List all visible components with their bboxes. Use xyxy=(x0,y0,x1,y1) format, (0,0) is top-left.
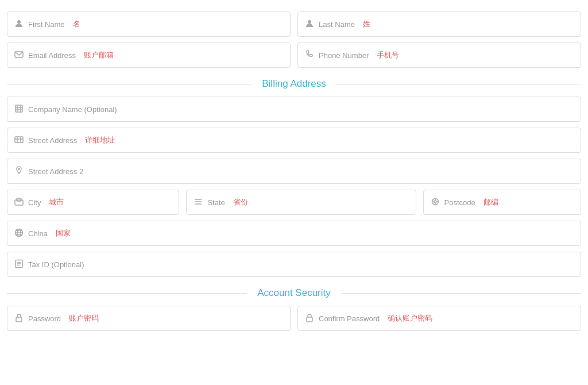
postcode-cn: 邮编 xyxy=(483,197,498,207)
street-label: Street Address xyxy=(28,136,77,145)
state-icon xyxy=(194,197,203,208)
email-cn: 账户邮箱 xyxy=(84,50,114,60)
security-section-title: Account Security xyxy=(247,287,341,299)
person-icon xyxy=(14,19,24,30)
email-field[interactable]: Email Address 账户邮箱 xyxy=(7,43,291,68)
confirm-password-field[interactable]: Confirm Password 确认账户密码 xyxy=(297,306,581,331)
svg-rect-8 xyxy=(15,137,23,143)
phone-label: Phone Number xyxy=(319,51,369,60)
email-label: Email Address xyxy=(28,51,76,60)
svg-point-0 xyxy=(17,20,21,24)
taxid-label: Tax ID (Optional) xyxy=(28,260,84,269)
last-name-field[interactable]: Last Name 姓 xyxy=(297,11,581,37)
tax-icon xyxy=(14,259,24,270)
postcode-label: Postcode xyxy=(444,198,475,207)
phone-field[interactable]: Phone Number 手机号 xyxy=(297,43,581,68)
company-row: Company Name (Optional) xyxy=(7,97,581,122)
street-icon xyxy=(14,135,24,146)
street2-label: Street Address 2 xyxy=(28,167,83,176)
pin-icon xyxy=(14,166,24,177)
city-icon xyxy=(14,197,24,208)
password-row: Password 账户密码 Confirm Password 确认账户密码 xyxy=(7,306,581,331)
company-label: Company Name (Optional) xyxy=(28,105,117,114)
email-icon xyxy=(14,50,24,61)
svg-rect-34 xyxy=(307,317,312,322)
company-icon xyxy=(14,104,24,115)
first-name-label: First Name xyxy=(28,20,65,29)
password-label: Password xyxy=(28,314,61,323)
phone-cn: 手机号 xyxy=(377,50,399,60)
billing-section-title: Billing Address xyxy=(252,78,336,90)
state-field[interactable]: State 省份 xyxy=(186,190,416,215)
svg-point-19 xyxy=(434,201,436,203)
confirm-password-cn: 确认账户密码 xyxy=(388,313,432,324)
street2-field[interactable]: Street Address 2 xyxy=(7,159,581,184)
lock-icon xyxy=(14,313,24,324)
lock-icon-2 xyxy=(305,313,314,324)
country-cn: 国家 xyxy=(56,228,71,238)
password-field[interactable]: Password 账户密码 xyxy=(7,306,291,331)
first-name-cn: 名 xyxy=(73,19,80,29)
street-row: Street Address 详细地址 xyxy=(7,128,581,153)
street2-row: Street Address 2 xyxy=(7,159,581,184)
person-icon-2 xyxy=(305,19,314,30)
svg-point-1 xyxy=(308,20,311,24)
city-state-postcode-row: City 城市 State 省份 Postcode 邮编 xyxy=(7,190,581,215)
svg-point-12 xyxy=(18,168,20,169)
name-row: First Name 名 Last Name 姓 xyxy=(7,11,581,37)
postcode-field[interactable]: Postcode 邮编 xyxy=(423,190,581,215)
confirm-password-label: Confirm Password xyxy=(319,314,380,323)
taxid-row: Tax ID (Optional) xyxy=(7,252,581,277)
city-label: City xyxy=(28,198,41,207)
first-name-field[interactable]: First Name 名 xyxy=(7,11,291,37)
security-section-divider: Account Security xyxy=(7,287,581,299)
phone-icon xyxy=(305,50,314,61)
city-cn: 城市 xyxy=(49,197,64,207)
taxid-field[interactable]: Tax ID (Optional) xyxy=(7,252,581,277)
street-field[interactable]: Street Address 详细地址 xyxy=(7,128,581,153)
postcode-icon xyxy=(431,197,440,208)
street-cn: 详细地址 xyxy=(85,135,115,145)
globe-icon xyxy=(14,228,24,239)
country-field[interactable]: China 国家 xyxy=(7,221,581,246)
state-cn: 省份 xyxy=(233,197,248,207)
svg-rect-3 xyxy=(16,105,22,112)
contact-row: Email Address 账户邮箱 Phone Number 手机号 xyxy=(7,43,581,68)
password-cn: 账户密码 xyxy=(69,313,99,324)
state-label: State xyxy=(207,198,225,207)
city-field[interactable]: City 城市 xyxy=(7,190,179,215)
svg-rect-33 xyxy=(16,317,22,322)
last-name-label: Last Name xyxy=(319,20,355,29)
form-container: First Name 名 Last Name 姓 Email Address 账… xyxy=(7,11,581,331)
last-name-cn: 姓 xyxy=(363,19,370,29)
country-label: China xyxy=(28,229,48,238)
billing-section-divider: Billing Address xyxy=(7,78,581,90)
country-row: China 国家 xyxy=(7,221,581,246)
company-field[interactable]: Company Name (Optional) xyxy=(7,97,581,122)
